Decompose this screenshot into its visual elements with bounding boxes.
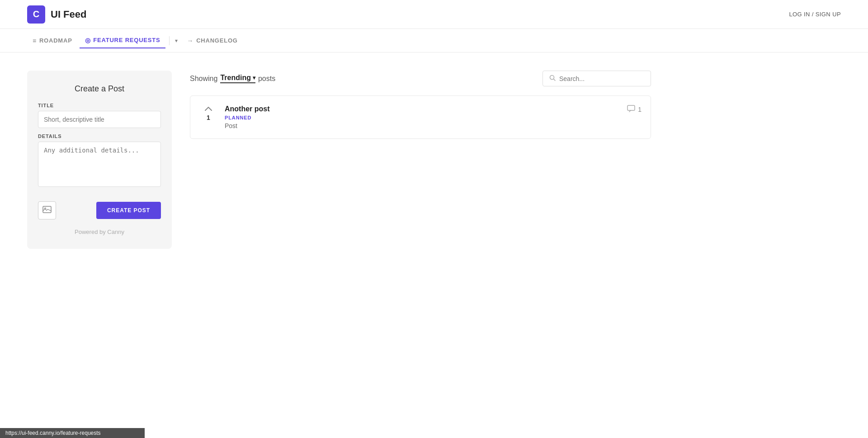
create-post-title: Create a Post	[38, 84, 161, 94]
filter-arrow-icon: ▾	[253, 75, 255, 81]
vote-count: 1	[207, 114, 210, 121]
form-actions: CREATE POST	[38, 201, 161, 219]
svg-rect-4	[627, 105, 635, 110]
nav-item-changelog[interactable]: → CHANGELOG	[181, 33, 243, 48]
image-icon	[42, 206, 52, 215]
nav-item-roadmap[interactable]: ≡ ROADMAP	[27, 33, 78, 48]
status-bar: https://ui-feed.canny.io/feature-request…	[0, 428, 145, 438]
details-input[interactable]	[38, 142, 161, 187]
changelog-icon: →	[187, 37, 193, 44]
svg-line-3	[554, 79, 556, 81]
post-meta: 1	[627, 105, 642, 114]
title-field: TITLE	[38, 103, 161, 128]
feature-requests-icon: ◎	[85, 37, 91, 44]
post-status: PLANNED	[225, 115, 620, 120]
filter-label: Trending	[220, 74, 251, 82]
post-content: Another post PLANNED Post	[225, 105, 620, 129]
header-left: C UI Feed	[27, 5, 86, 24]
upvote-button[interactable]	[205, 105, 212, 112]
search-input[interactable]	[559, 75, 644, 82]
feed-area: Showing Trending ▾ posts	[190, 71, 651, 249]
details-label: DETAILS	[38, 133, 161, 139]
create-post-button[interactable]: CREATE POST	[96, 202, 161, 219]
image-upload-button[interactable]	[38, 201, 56, 219]
logo-icon: C	[27, 5, 45, 24]
roadmap-icon: ≡	[33, 37, 37, 44]
posts-label: posts	[258, 75, 275, 83]
nav-divider	[169, 36, 170, 45]
nav-item-feature-requests[interactable]: ◎ FEATURE REQUESTS	[80, 33, 166, 48]
app-title: UI Feed	[51, 9, 86, 20]
nav-dropdown-button[interactable]: ▾	[173, 34, 179, 48]
status-url: https://ui-feed.canny.io/feature-request…	[5, 430, 101, 436]
post-card: 1 Another post PLANNED Post 1	[190, 95, 651, 139]
title-label: TITLE	[38, 103, 161, 108]
vote-section: 1	[199, 105, 217, 121]
feed-filter-button[interactable]: Trending ▾	[220, 74, 255, 83]
title-input[interactable]	[38, 111, 161, 128]
feed-showing: Showing Trending ▾ posts	[190, 74, 275, 83]
post-category: Post	[225, 122, 620, 129]
header: C UI Feed LOG IN / SIGN UP	[0, 0, 868, 29]
auth-button[interactable]: LOG IN / SIGN UP	[789, 11, 841, 18]
search-box	[542, 71, 651, 86]
details-field: DETAILS	[38, 133, 161, 189]
comment-icon	[627, 105, 635, 114]
feed-header: Showing Trending ▾ posts	[190, 71, 651, 86]
showing-label: Showing	[190, 75, 217, 83]
create-post-panel: Create a Post TITLE DETAILS CREATE POST	[27, 71, 172, 249]
search-icon	[549, 75, 556, 82]
comment-count: 1	[638, 106, 642, 113]
powered-by: Powered by Canny	[38, 229, 161, 235]
nav: ≡ ROADMAP ◎ FEATURE REQUESTS ▾ → CHANGEL…	[0, 29, 868, 52]
main-content: Create a Post TITLE DETAILS CREATE POST	[0, 52, 678, 267]
post-title[interactable]: Another post	[225, 105, 620, 113]
